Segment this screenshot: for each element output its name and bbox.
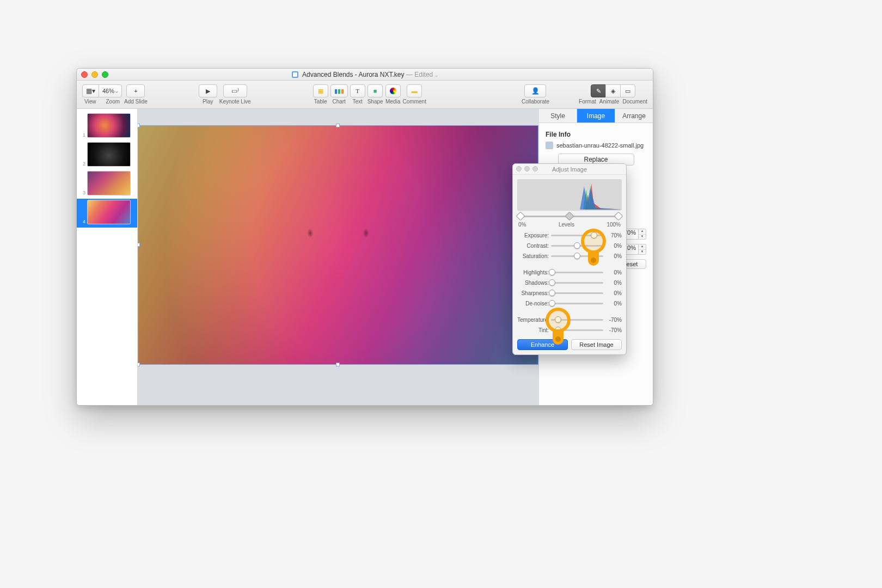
resize-handle-sw[interactable] (138, 363, 140, 366)
text-button[interactable]: T (350, 84, 365, 97)
text-label: Text (353, 99, 363, 105)
sharpness-slider[interactable]: Sharpness: 0% (517, 289, 622, 297)
enhance-button[interactable]: Enhance (517, 339, 568, 350)
filename-label: sebastian-unrau-48222-small.jpg (556, 142, 644, 149)
resize-handle-n[interactable] (336, 124, 340, 127)
close-window-button[interactable] (81, 71, 88, 78)
popover-close-button[interactable] (516, 166, 522, 171)
play-button[interactable]: ▶ (199, 84, 217, 97)
denoise-knob[interactable] (549, 300, 555, 307)
add-slide-button[interactable]: + (126, 84, 145, 97)
resize-handle-s[interactable] (336, 363, 340, 366)
temperature-slider[interactable]: Temperature: -70% (517, 315, 622, 324)
minimize-window-button[interactable] (91, 71, 98, 78)
file-info-header: File Info (546, 131, 646, 138)
contrast-knob[interactable] (574, 242, 580, 249)
selected-image[interactable] (138, 125, 538, 365)
slide-thumb-1[interactable]: 1 (77, 112, 137, 141)
shape-button[interactable]: ■ (367, 84, 383, 97)
highlights-knob[interactable] (549, 269, 555, 275)
tint-knob[interactable] (555, 327, 561, 333)
adjust-image-popover[interactable]: Adjust Image 0% Levels 100% Exposure: 70… (512, 163, 627, 355)
histogram (517, 179, 622, 211)
portrait-overlay (138, 126, 538, 364)
resize-handle-nw[interactable] (138, 124, 140, 127)
contrast-slider[interactable]: Contrast: 0% (517, 241, 622, 250)
slide-thumb-4[interactable]: 4 (77, 199, 137, 228)
saturation-stepper[interactable]: ▲▼ (639, 244, 646, 255)
saturation-slider[interactable]: Saturation: 0% (517, 252, 622, 260)
saturation-knob[interactable] (574, 253, 580, 259)
exposure-stepper[interactable]: ▲▼ (639, 229, 646, 240)
keynote-live-button[interactable]: ▭⁾ (223, 84, 247, 97)
temperature-knob[interactable] (555, 316, 561, 323)
document-icon (292, 71, 298, 78)
sharpness-knob[interactable] (549, 290, 555, 296)
document-button[interactable]: ▭ (620, 84, 635, 97)
window-title: Advanced Blends - Aurora NXT.key — Edite… (77, 71, 653, 78)
comment-button[interactable]: ▬ (407, 84, 422, 97)
comment-label: Comment (403, 99, 426, 105)
page-icon: ▭ (625, 88, 630, 95)
titlebar: Advanced Blends - Aurora NXT.key — Edite… (77, 69, 653, 81)
shadows-slider[interactable]: Shadows: 0% (517, 278, 622, 287)
levels-slider[interactable] (517, 212, 622, 222)
levels-white-knob[interactable] (614, 212, 623, 221)
popover-titlebar[interactable]: Adjust Image (513, 164, 626, 175)
play-label: Play (203, 99, 213, 105)
view-label: View (84, 99, 96, 105)
denoise-slider[interactable]: De-noise: 0% (517, 299, 622, 308)
view-button[interactable]: ▦▾ (82, 84, 99, 97)
document-label: Document (622, 99, 647, 105)
toolbar: ▦▾ 46%⌵ View Zoom + Add Slide ▶ Play ▭⁾ … (77, 81, 653, 109)
tint-slider[interactable]: Tint: -70% (517, 326, 622, 334)
reset-image-button[interactable]: Reset Image (571, 339, 622, 350)
media-label: Media (385, 99, 400, 105)
exposure-knob[interactable] (591, 232, 597, 238)
shadows-knob[interactable] (549, 279, 555, 286)
tab-arrange[interactable]: Arrange (615, 109, 653, 122)
collaborate-label: Collaborate (522, 99, 549, 105)
levels-label: Levels (559, 222, 574, 228)
tab-style[interactable]: Style (539, 109, 577, 122)
zoom-dropdown[interactable]: 46%⌵ (99, 84, 122, 97)
format-button[interactable]: ✎ (591, 84, 606, 97)
media-button[interactable] (385, 84, 401, 97)
animate-label: Animate (599, 99, 620, 105)
slide-canvas[interactable] (138, 109, 538, 405)
table-button[interactable]: ▦ (313, 84, 328, 97)
format-label: Format (579, 99, 596, 105)
exposure-slider[interactable]: Exposure: 70% (517, 231, 622, 240)
slide-thumb-3[interactable]: 3 (77, 170, 137, 199)
resize-handle-w[interactable] (138, 243, 140, 247)
keynote-live-label: Keynote Live (219, 99, 251, 105)
table-label: Table (314, 99, 327, 105)
levels-mid-knob[interactable] (565, 212, 574, 221)
slide-navigator[interactable]: 1 2 3 4 (77, 109, 138, 405)
chart-button[interactable]: ▮▮▮ (330, 84, 348, 97)
levels-black-knob[interactable] (516, 212, 525, 221)
shape-label: Shape (367, 99, 383, 105)
highlights-slider[interactable]: Highlights: 0% (517, 268, 622, 277)
tab-image[interactable]: Image (577, 109, 615, 122)
diamond-icon: ◈ (611, 88, 615, 95)
levels-max-label: 100% (607, 222, 621, 228)
animate-button[interactable]: ◈ (605, 84, 621, 97)
chart-label: Chart (332, 99, 345, 105)
popover-title: Adjust Image (552, 166, 587, 173)
zoom-window-button[interactable] (102, 71, 108, 78)
levels-min-label: 0% (518, 222, 526, 228)
zoom-label: Zoom (106, 99, 120, 105)
file-icon (546, 142, 553, 149)
slide-thumb-2[interactable]: 2 (77, 141, 137, 170)
window-controls (81, 71, 108, 78)
collaborate-button[interactable]: 👤 (524, 84, 546, 97)
paintbrush-icon: ✎ (596, 88, 601, 95)
add-slide-label: Add Slide (124, 99, 148, 105)
